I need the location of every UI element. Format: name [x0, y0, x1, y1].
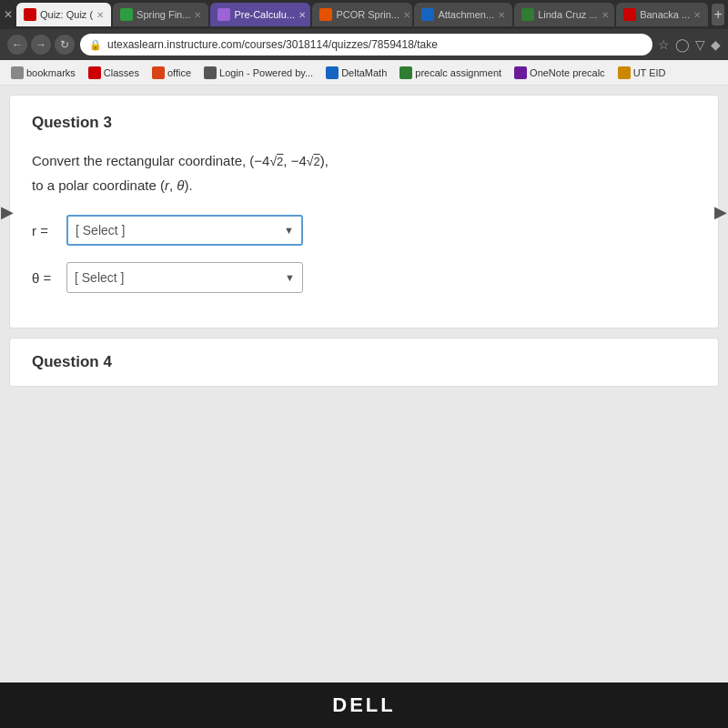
tab-close-pcor[interactable]: ✕ — [403, 10, 410, 20]
nav-buttons: ← → ↻ — [7, 35, 75, 55]
url-text: utexaslearn.instructure.com/courses/3018… — [107, 38, 438, 51]
new-tab-button[interactable]: + — [712, 4, 724, 25]
question-3-subtext: to a polar coordinate (r, θ). — [32, 177, 696, 193]
right-side-arrow[interactable]: ▶ — [714, 202, 727, 222]
bookmark-precalc-label: precalc assignment — [415, 67, 501, 78]
page-content: ▶ ▶ Question 3 Convert the rectangular c… — [0, 86, 728, 682]
question-4-number: Question 4 — [32, 353, 696, 371]
bookmark-star-icon[interactable]: ☆ — [658, 37, 670, 52]
bookmark-uteid[interactable]: UT EID — [614, 65, 670, 81]
r-chevron-icon: ▼ — [284, 225, 294, 236]
extensions-icon[interactable]: ◆ — [711, 37, 721, 52]
uteid-icon — [618, 66, 631, 79]
address-bar: ← → ↻ 🔒 utexaslearn.instructure.com/cour… — [0, 29, 728, 60]
classes-icon — [88, 66, 101, 79]
theta-select-dropdown[interactable]: [ Select ] ▼ — [66, 262, 303, 293]
theta-label: θ = — [32, 270, 59, 286]
bookmark-classes-label: Classes — [104, 67, 139, 78]
bookmarks-folder-icon — [11, 66, 24, 79]
tab-favicon-quiz — [24, 8, 36, 21]
tab-label-pcor: PCOR Sprin... — [336, 9, 399, 20]
bookmark-precalc[interactable]: precalc assignment — [396, 65, 505, 81]
precalc-icon — [399, 66, 412, 79]
new-tab-icon: + — [713, 6, 722, 23]
bookmarks-bar: bookmarks Classes office Login - Powered… — [0, 60, 728, 86]
tab-favicon-linda — [521, 8, 534, 21]
bookmark-deltamath[interactable]: DeltaMath — [322, 65, 390, 81]
office-icon — [152, 66, 165, 79]
bookmark-login-label: Login - Powered by... — [219, 67, 313, 78]
tab-label-banacka: Banacka ... — [640, 9, 690, 20]
tab-banacka[interactable]: Banacka ... ✕ — [616, 3, 708, 26]
theta-select-value: [ Select ] — [75, 270, 124, 285]
tab-attach[interactable]: Attachmen... ✕ — [414, 3, 512, 26]
tab-close-quiz[interactable]: ✕ — [96, 10, 104, 20]
r-label: r = — [32, 223, 59, 238]
tab-pcor[interactable]: PCOR Sprin... ✕ — [312, 3, 412, 26]
x-button[interactable]: ✕ — [4, 8, 13, 21]
bookmark-classes[interactable]: Classes — [85, 65, 143, 81]
question-3-text: Convert the rectangular coordinate, (−4√… — [32, 150, 696, 172]
bookmark-uteid-label: UT EID — [633, 67, 666, 78]
bookmark-deltamath-label: DeltaMath — [341, 67, 387, 78]
bookmark-onenote-label: OneNote precalc — [530, 67, 605, 78]
tab-favicon-precalc — [217, 8, 230, 21]
theta-input-row: θ = [ Select ] ▼ — [32, 262, 696, 293]
tab-favicon-banacka — [623, 8, 636, 21]
forward-button[interactable]: → — [31, 35, 51, 55]
profile-icon[interactable]: ◯ — [675, 37, 690, 52]
tab-close-linda[interactable]: ✕ — [602, 10, 609, 20]
tab-label-precalc: Pre-Calculu... — [234, 9, 295, 20]
dell-logo: DELL — [332, 693, 395, 717]
dell-bar: DELL — [0, 682, 728, 728]
bookmark-onenote[interactable]: OneNote precalc — [511, 65, 609, 81]
question-3-number: Question 3 — [32, 114, 696, 132]
url-action-icons: ☆ ◯ ▽ ◆ — [658, 37, 721, 52]
login-icon — [204, 66, 217, 79]
r-select-value: [ Select ] — [76, 223, 125, 238]
tab-favicon-pcor — [319, 8, 332, 21]
onenote-icon — [514, 66, 527, 79]
tab-close-precalc[interactable]: ✕ — [298, 10, 306, 20]
browser-chrome: ✕ Quiz: Quiz ( ✕ Spring Fin... ✕ Pre-Cal… — [0, 0, 728, 86]
tab-close-spring[interactable]: ✕ — [194, 10, 201, 20]
lock-icon: 🔒 — [89, 39, 102, 51]
tab-label-quiz: Quiz: Quiz ( — [40, 9, 93, 20]
tab-label-attach: Attachmen... — [438, 9, 494, 20]
bookmark-office[interactable]: office — [148, 65, 195, 81]
bookmark-bookmarks[interactable]: bookmarks — [7, 65, 79, 81]
tab-bar: ✕ Quiz: Quiz ( ✕ Spring Fin... ✕ Pre-Cal… — [0, 0, 728, 29]
theta-chevron-icon: ▼ — [285, 272, 295, 283]
tab-quiz[interactable]: Quiz: Quiz ( ✕ — [16, 3, 111, 26]
tab-close-attach[interactable]: ✕ — [498, 10, 505, 20]
bookmark-bookmarks-label: bookmarks — [26, 67, 76, 78]
tab-favicon-attach — [421, 8, 434, 21]
back-button[interactable]: ← — [7, 35, 27, 55]
url-bar[interactable]: 🔒 utexaslearn.instructure.com/courses/30… — [80, 34, 652, 56]
left-side-arrow[interactable]: ▶ — [1, 202, 14, 222]
tab-precalc[interactable]: Pre-Calculu... ✕ — [210, 3, 310, 26]
tab-label-linda: Linda Cruz ... — [538, 9, 597, 20]
tab-spring[interactable]: Spring Fin... ✕ — [113, 3, 208, 26]
tab-close-banacka[interactable]: ✕ — [693, 10, 701, 20]
math-expression: (−4√2, −4√2), — [249, 153, 329, 168]
reload-button[interactable]: ↻ — [55, 35, 75, 55]
deltamath-icon — [326, 66, 339, 79]
question-4-card: Question 4 — [9, 338, 719, 387]
question-3-card: ▶ ▶ Question 3 Convert the rectangular c… — [9, 95, 719, 329]
bookmark-office-label: office — [167, 67, 191, 78]
r-select-dropdown[interactable]: [ Select ] ▼ — [66, 215, 303, 246]
tab-favicon-spring — [120, 8, 133, 21]
tab-linda[interactable]: Linda Cruz ... ✕ — [514, 3, 614, 26]
r-input-row: r = [ Select ] ▼ — [32, 215, 696, 246]
bookmark-login[interactable]: Login - Powered by... — [200, 65, 317, 81]
shield-icon[interactable]: ▽ — [695, 37, 705, 52]
tab-label-spring: Spring Fin... — [136, 9, 190, 20]
